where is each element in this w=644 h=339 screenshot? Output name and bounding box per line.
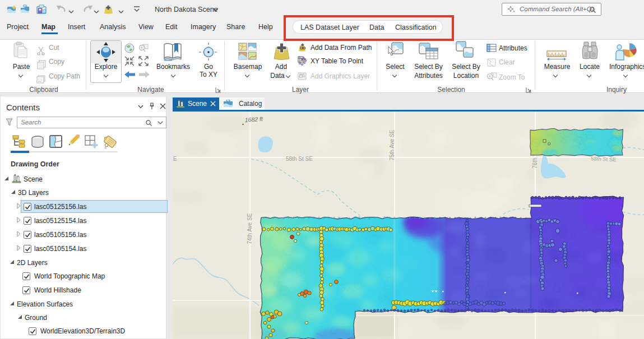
- svg-text:75th Ave SE: 75th Ave SE: [389, 129, 395, 160]
- svg-text:74th Ave SE: 74th Ave SE: [247, 213, 253, 244]
- svg-text:1682 ft: 1682 ft: [244, 115, 263, 123]
- svg-text:58th St SE: 58th St SE: [286, 156, 313, 162]
- svg-text:E: E: [173, 156, 177, 162]
- svg-text:76th: 76th: [532, 157, 538, 168]
